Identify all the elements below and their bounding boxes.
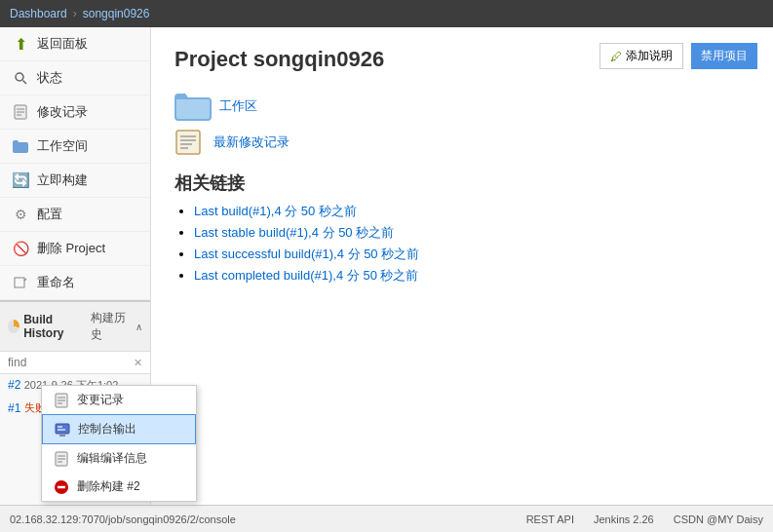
sidebar-label-status: 状态	[37, 69, 62, 87]
sidebar-item-rename[interactable]: 重命名	[0, 266, 150, 300]
search-icon	[12, 69, 29, 87]
credit-label: CSDN @MY Daisy	[674, 513, 763, 525]
sidebar-label-config: 配置	[37, 206, 62, 223]
related-links-title: 相关链接	[174, 171, 750, 195]
sidebar-item-back-dashboard[interactable]: ⬆ 返回面板	[0, 27, 150, 61]
sidebar-item-delete[interactable]: 🚫 删除 Project	[0, 232, 150, 266]
list-item: Last build(#1),4 分 50 秒之前	[194, 203, 750, 220]
context-console-label: 控制台输出	[78, 421, 136, 437]
context-delete-build-label: 删除构建 #2	[77, 478, 140, 495]
sidebar-item-build-now[interactable]: 🔄 立即构建	[0, 164, 150, 198]
context-menu-console[interactable]: 控制台输出	[42, 414, 196, 444]
list-item: Last stable build(#1),4 分 50 秒之前	[194, 224, 750, 242]
changelog-label: 最新修改记录	[213, 133, 290, 151]
sidebar-label-back: 返回面板	[37, 35, 88, 53]
sidebar-label-rename: 重命名	[37, 274, 75, 291]
build-history-chevron[interactable]: ∧	[135, 322, 142, 332]
folder-icon	[12, 137, 29, 155]
sidebar-label-build-now: 立即构建	[37, 171, 88, 189]
svg-rect-6	[15, 278, 24, 287]
bottom-right: REST API Jenkins 2.26 CSDN @MY Daisy	[526, 513, 763, 525]
context-menu: 变更记录 控制台输出 编辑编译信息 删除构建 #2	[41, 385, 197, 502]
svg-line-1	[23, 81, 27, 85]
changelog-icon	[12, 103, 29, 121]
build-num-2: #2	[8, 378, 20, 392]
breadcrumb-dashboard[interactable]: Dashboard	[10, 7, 67, 20]
context-changes-label: 变更记录	[77, 392, 124, 408]
add-note-button[interactable]: 🖊 添加说明	[599, 43, 683, 69]
changes-icon	[54, 393, 69, 408]
context-menu-delete-build[interactable]: 删除构建 #2	[42, 473, 196, 501]
context-menu-changes[interactable]: 变更记录	[42, 386, 196, 414]
build-now-icon: 🔄	[12, 171, 29, 189]
status-url: 02.168.32.129:7070/job/songqin0926/2/con…	[10, 513, 236, 525]
svg-point-0	[16, 73, 23, 81]
add-icon: 🖊	[610, 50, 622, 63]
context-edit-build-label: 编辑编译信息	[77, 450, 147, 467]
find-bar: ✕	[0, 352, 150, 374]
build-history-title: Build History	[23, 313, 87, 340]
build-num-1: #1	[8, 401, 20, 415]
jenkins-version: Jenkins 2.26	[594, 513, 654, 525]
sidebar-item-workspace[interactable]: 工作空间	[0, 130, 150, 164]
sidebar-label-delete: 删除 Project	[37, 240, 105, 257]
sidebar-item-config[interactable]: ⚙ 配置	[0, 198, 150, 232]
workspace-folder-icon	[174, 92, 212, 121]
changelog-link[interactable]: 最新修改记录	[174, 129, 750, 156]
sidebar-label-workspace: 工作空间	[37, 137, 88, 155]
last-completed-link[interactable]: Last completed build(#1),4 分 50 秒之前	[194, 268, 419, 283]
last-stable-link[interactable]: Last stable build(#1),4 分 50 秒之前	[194, 225, 394, 240]
gear-icon: ⚙	[12, 206, 29, 223]
workspace-link[interactable]: 工作区	[174, 92, 750, 121]
svg-rect-18	[59, 435, 65, 437]
delete-icon: 🚫	[12, 240, 29, 257]
list-item: Last completed build(#1),4 分 50 秒之前	[194, 267, 750, 285]
rest-api-label[interactable]: REST API	[526, 513, 574, 525]
disable-project-button[interactable]: 禁用项目	[691, 43, 757, 69]
console-icon	[55, 422, 70, 437]
top-bar: Dashboard › songqin0926	[0, 0, 773, 27]
breadcrumb-sep: ›	[73, 7, 77, 20]
build-history-subtitle: 构建历史	[91, 310, 132, 343]
sidebar-item-status[interactable]: 状态	[0, 61, 150, 95]
last-build-link[interactable]: Last build(#1),4 分 50 秒之前	[194, 204, 357, 218]
context-menu-edit-build[interactable]: 编辑编译信息	[42, 444, 196, 473]
related-links: Last build(#1),4 分 50 秒之前 Last stable bu…	[174, 203, 750, 285]
edit-build-icon	[54, 451, 69, 467]
find-clear-button[interactable]: ✕	[134, 357, 142, 369]
bottom-bar: 02.168.32.129:7070/job/songqin0926/2/con…	[0, 505, 773, 532]
add-note-label: 添加说明	[626, 48, 673, 64]
build-history-icon	[8, 320, 19, 333]
workspace-label: 工作区	[219, 97, 257, 115]
build-history-header: Build History 构建历史 ∧	[0, 302, 150, 352]
sidebar-label-changelog: 修改记录	[37, 103, 88, 121]
back-icon: ⬆	[12, 35, 29, 53]
breadcrumb-project[interactable]: songqin0926	[83, 7, 150, 20]
delete-build-icon	[54, 479, 69, 495]
action-buttons: 🖊 添加说明 禁用项目	[599, 43, 757, 69]
list-item: Last successful build(#1),4 分 50 秒之前	[194, 246, 750, 263]
rename-icon	[12, 274, 29, 291]
svg-rect-8	[176, 131, 200, 154]
changelog-icon	[174, 129, 206, 156]
main-content: Project songqin0926 🖊 添加说明 禁用项目 工作区	[151, 27, 773, 505]
find-input[interactable]	[8, 356, 105, 369]
last-successful-link[interactable]: Last successful build(#1),4 分 50 秒之前	[194, 247, 419, 261]
svg-rect-17	[56, 424, 69, 434]
sidebar-item-changelog[interactable]: 修改记录	[0, 95, 150, 130]
